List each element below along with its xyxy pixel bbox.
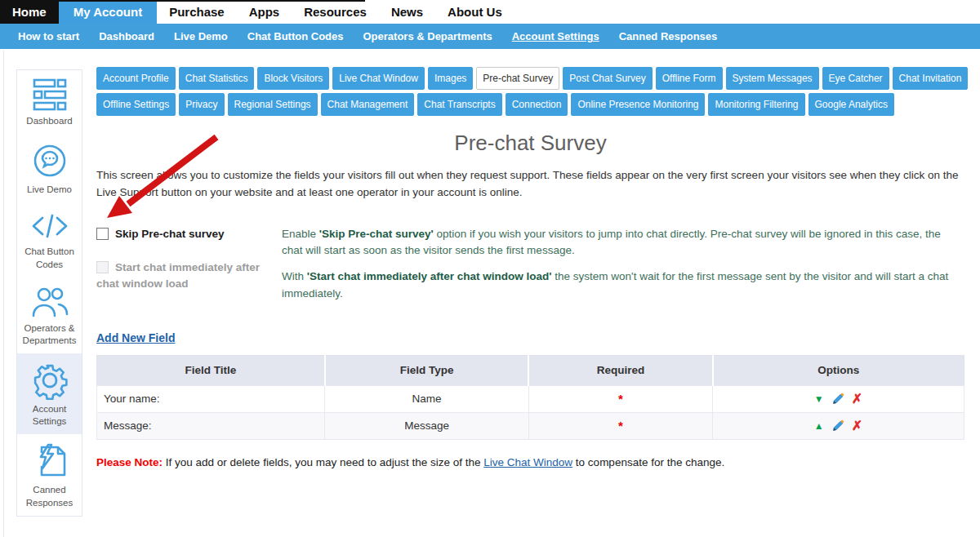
skip-pre-chat-survey-label: Skip Pre-chat survey bbox=[115, 228, 225, 240]
nav-my-account[interactable]: My Account bbox=[59, 0, 157, 24]
subnav-operators-departments[interactable]: Operators & Departments bbox=[354, 30, 502, 42]
tab-chat-transcripts[interactable]: Chat Transcripts bbox=[417, 93, 501, 116]
skip-pre-chat-survey-row: Skip Pre-chat survey bbox=[96, 226, 282, 242]
required-cell: * bbox=[528, 385, 712, 412]
sidebar-item-account-settings[interactable]: Account Settings bbox=[17, 353, 82, 434]
tab-chat-management[interactable]: Chat Management bbox=[321, 93, 415, 116]
col-options: Options bbox=[713, 355, 964, 385]
dashboard-icon bbox=[30, 78, 69, 112]
subnav-chat-button-codes[interactable]: Chat Button Codes bbox=[238, 30, 354, 42]
top-navigation: Home My Account Purchase Apps Resources … bbox=[0, 0, 980, 24]
field-title-cell: Your name: bbox=[97, 385, 325, 412]
field-title-cell: Message: bbox=[97, 412, 325, 439]
table-row-message: Message: Message * ▲ ✗ bbox=[97, 412, 964, 439]
tab-account-profile[interactable]: Account Profile bbox=[96, 67, 176, 90]
intro-text: This screen allows you to customize the … bbox=[96, 167, 964, 202]
tab-system-messages[interactable]: System Messages bbox=[726, 67, 819, 90]
tab-regional-settings[interactable]: Regional Settings bbox=[228, 93, 318, 116]
please-note-label: Please Note: bbox=[96, 456, 163, 468]
settings-tabs-row-2: Offline Settings Privacy Regional Settin… bbox=[96, 93, 964, 116]
skip-survey-description: Enable 'Skip Pre-chat survey' option if … bbox=[282, 226, 964, 260]
move-up-icon[interactable]: ▲ bbox=[814, 420, 824, 432]
options-cell: ▼ ✗ bbox=[713, 385, 964, 412]
field-type-cell: Message bbox=[325, 412, 529, 439]
page-title: Pre-chat Survey bbox=[96, 131, 964, 156]
field-type-cell: Name bbox=[325, 385, 529, 412]
table-row-your-name: Your name: Name * ▼ ✗ bbox=[97, 385, 964, 412]
sidebar-item-dashboard[interactable]: Dashboard bbox=[17, 70, 82, 134]
survey-options: Skip Pre-chat survey Start chat immediat… bbox=[96, 226, 964, 302]
options-cell: ▲ ✗ bbox=[713, 412, 964, 439]
add-new-field-link[interactable]: Add New Field bbox=[96, 331, 175, 344]
tab-offline-settings[interactable]: Offline Settings bbox=[96, 93, 176, 116]
live-chat-window-link[interactable]: Live Chat Window bbox=[483, 456, 572, 468]
account-sub-navigation: How to start Dashboard Live Demo Chat Bu… bbox=[0, 24, 980, 49]
tab-online-presence-monitoring[interactable]: Online Presence Monitoring bbox=[571, 93, 705, 116]
col-required: Required bbox=[528, 355, 712, 385]
tab-live-chat-window[interactable]: Live Chat Window bbox=[332, 67, 425, 90]
skip-pre-chat-survey-checkbox[interactable] bbox=[96, 228, 109, 240]
tab-monitoring-filtering[interactable]: Monitoring Filtering bbox=[708, 93, 804, 116]
start-chat-immediately-checkbox bbox=[96, 261, 109, 273]
tab-chat-invitation[interactable]: Chat Invitation bbox=[893, 67, 969, 90]
nav-resources[interactable]: Resources bbox=[292, 0, 379, 24]
delete-icon[interactable]: ✗ bbox=[852, 419, 862, 433]
nav-about-us[interactable]: About Us bbox=[435, 0, 514, 24]
tab-offline-form[interactable]: Offline Form bbox=[656, 67, 723, 90]
tab-pre-chat-survey[interactable]: Pre-chat Survey bbox=[476, 67, 559, 90]
edit-icon[interactable] bbox=[831, 419, 844, 433]
canned-responses-icon bbox=[30, 442, 69, 481]
tab-block-visitors[interactable]: Block Visitors bbox=[257, 67, 329, 90]
start-chat-immediately-label: Start chat immediately after chat window… bbox=[96, 261, 260, 290]
sidebar: Dashboard Live Demo Chat Button Codes Op… bbox=[16, 69, 82, 517]
settings-tabs-row-1: Account Profile Chat Statistics Block Vi… bbox=[96, 67, 964, 90]
code-icon bbox=[29, 210, 70, 242]
please-note: Please Note: If you add or delete fields… bbox=[96, 456, 964, 468]
subnav-account-settings[interactable]: Account Settings bbox=[502, 30, 609, 42]
required-asterisk: * bbox=[618, 392, 623, 406]
live-demo-icon bbox=[30, 141, 69, 180]
subnav-how-to-start[interactable]: How to start bbox=[8, 30, 89, 42]
subnav-dashboard[interactable]: Dashboard bbox=[89, 30, 164, 42]
edit-icon[interactable] bbox=[831, 393, 844, 406]
tab-google-analytics[interactable]: Google Analytics bbox=[808, 93, 894, 116]
start-chat-description: With 'Start chat immediately after chat … bbox=[282, 268, 964, 302]
sidebar-item-canned-responses[interactable]: Canned Responses bbox=[17, 434, 82, 515]
tab-post-chat-survey[interactable]: Post Chat Survey bbox=[563, 67, 652, 90]
sidebar-item-live-demo[interactable]: Live Demo bbox=[17, 134, 82, 202]
tab-chat-statistics[interactable]: Chat Statistics bbox=[179, 67, 255, 90]
tab-eye-catcher[interactable]: Eye Catcher bbox=[822, 67, 889, 90]
tab-privacy[interactable]: Privacy bbox=[179, 93, 224, 116]
required-asterisk: * bbox=[618, 419, 623, 433]
tab-images[interactable]: Images bbox=[428, 67, 473, 90]
sidebar-item-chat-button-codes[interactable]: Chat Button Codes bbox=[17, 202, 82, 277]
col-field-type: Field Type bbox=[325, 355, 529, 385]
nav-news[interactable]: News bbox=[379, 0, 435, 24]
gear-icon bbox=[30, 361, 69, 400]
fields-table-header-row: Field Title Field Type Required Options bbox=[97, 355, 964, 385]
sidebar-item-operators-departments[interactable]: Operators & Departments bbox=[17, 277, 82, 353]
main-content: Account Profile Chat Statistics Block Vi… bbox=[96, 67, 964, 468]
subnav-live-demo[interactable]: Live Demo bbox=[164, 30, 238, 42]
col-field-title: Field Title bbox=[97, 355, 325, 385]
delete-icon[interactable]: ✗ bbox=[852, 393, 862, 406]
nav-purchase[interactable]: Purchase bbox=[157, 0, 237, 24]
tab-connection[interactable]: Connection bbox=[506, 93, 568, 116]
nav-apps[interactable]: Apps bbox=[237, 0, 292, 24]
fields-table: Field Title Field Type Required Options … bbox=[96, 355, 964, 440]
options-checkbox-column: Skip Pre-chat survey Start chat immediat… bbox=[96, 226, 282, 302]
move-down-icon[interactable]: ▼ bbox=[814, 393, 824, 405]
left-edge-divider bbox=[3, 51, 4, 537]
subnav-canned-responses[interactable]: Canned Responses bbox=[609, 30, 728, 42]
operators-icon bbox=[29, 285, 70, 319]
nav-home[interactable]: Home bbox=[0, 0, 59, 24]
start-chat-immediately-row: Start chat immediately after chat window… bbox=[96, 260, 282, 291]
options-description-column: Enable 'Skip Pre-chat survey' option if … bbox=[282, 226, 964, 302]
required-cell: * bbox=[528, 412, 712, 439]
